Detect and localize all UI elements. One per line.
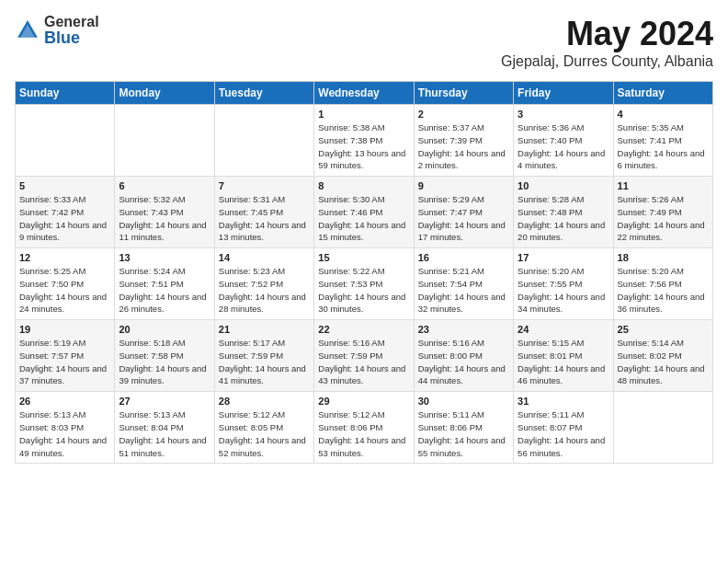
day-cell: 14Sunrise: 5:23 AMSunset: 7:52 PMDayligh…: [214, 248, 313, 320]
day-info: Sunrise: 5:14 AMSunset: 8:02 PMDaylight:…: [618, 337, 709, 387]
day-info: Sunrise: 5:20 AMSunset: 7:56 PMDaylight:…: [618, 265, 709, 316]
day-info: Sunrise: 5:25 AMSunset: 7:50 PMDaylight:…: [19, 265, 110, 316]
day-info: Sunrise: 5:17 AMSunset: 7:59 PMDaylight:…: [219, 337, 310, 387]
day-number: 15: [318, 252, 409, 263]
month-title: May 2024: [501, 15, 713, 53]
calendar-header-row: SundayMondayTuesdayWednesdayThursdayFrid…: [16, 82, 713, 105]
logo-general-text: General: [44, 15, 99, 29]
day-info: Sunrise: 5:16 AMSunset: 7:59 PMDaylight:…: [318, 337, 409, 387]
logo-blue-text: Blue: [44, 29, 99, 46]
col-header-thursday: Thursday: [414, 82, 513, 105]
day-info: Sunrise: 5:13 AMSunset: 8:04 PMDaylight:…: [119, 408, 210, 459]
day-cell: 12Sunrise: 5:25 AMSunset: 7:50 PMDayligh…: [16, 248, 115, 320]
day-info: Sunrise: 5:24 AMSunset: 7:51 PMDaylight:…: [119, 265, 210, 316]
day-cell: 20Sunrise: 5:18 AMSunset: 7:58 PMDayligh…: [115, 320, 214, 392]
day-cell: [16, 105, 115, 177]
day-number: 9: [418, 180, 509, 191]
day-info: Sunrise: 5:16 AMSunset: 8:00 PMDaylight:…: [418, 337, 509, 387]
day-info: Sunrise: 5:31 AMSunset: 7:45 PMDaylight:…: [219, 193, 310, 244]
day-cell: 18Sunrise: 5:20 AMSunset: 7:56 PMDayligh…: [613, 248, 712, 320]
day-cell: 4Sunrise: 5:35 AMSunset: 7:41 PMDaylight…: [613, 105, 712, 177]
day-info: Sunrise: 5:11 AMSunset: 8:06 PMDaylight:…: [418, 408, 509, 459]
day-number: 7: [219, 180, 310, 191]
week-row-1: 1Sunrise: 5:38 AMSunset: 7:38 PMDaylight…: [16, 105, 713, 177]
day-cell: 17Sunrise: 5:20 AMSunset: 7:55 PMDayligh…: [514, 248, 613, 320]
logo-text: General Blue: [44, 15, 99, 46]
day-cell: 13Sunrise: 5:24 AMSunset: 7:51 PMDayligh…: [115, 248, 214, 320]
day-number: 13: [119, 252, 210, 263]
day-number: 2: [418, 109, 509, 120]
day-number: 30: [418, 396, 509, 407]
day-cell: 8Sunrise: 5:30 AMSunset: 7:46 PMDaylight…: [314, 177, 414, 248]
day-number: 11: [618, 180, 709, 191]
day-cell: 28Sunrise: 5:12 AMSunset: 8:05 PMDayligh…: [214, 392, 313, 464]
day-info: Sunrise: 5:36 AMSunset: 7:40 PMDaylight:…: [518, 121, 609, 172]
day-cell: 31Sunrise: 5:11 AMSunset: 8:07 PMDayligh…: [514, 392, 613, 464]
day-number: 31: [518, 396, 609, 407]
day-number: 25: [618, 324, 709, 335]
day-number: 28: [219, 396, 310, 407]
day-cell: 16Sunrise: 5:21 AMSunset: 7:54 PMDayligh…: [414, 248, 513, 320]
day-info: Sunrise: 5:19 AMSunset: 7:57 PMDaylight:…: [19, 337, 110, 387]
day-number: 19: [19, 324, 110, 335]
day-cell: 5Sunrise: 5:33 AMSunset: 7:42 PMDaylight…: [16, 177, 115, 248]
page-header: General Blue May 2024 Gjepalaj, Durres C…: [15, 15, 713, 70]
day-info: Sunrise: 5:22 AMSunset: 7:53 PMDaylight:…: [318, 265, 409, 316]
col-header-wednesday: Wednesday: [314, 82, 414, 105]
day-info: Sunrise: 5:20 AMSunset: 7:55 PMDaylight:…: [518, 265, 609, 316]
day-cell: 23Sunrise: 5:16 AMSunset: 8:00 PMDayligh…: [414, 320, 513, 392]
day-cell: [214, 105, 313, 177]
week-row-4: 19Sunrise: 5:19 AMSunset: 7:57 PMDayligh…: [16, 320, 713, 392]
day-number: 5: [19, 180, 110, 191]
day-info: Sunrise: 5:35 AMSunset: 7:41 PMDaylight:…: [618, 121, 709, 172]
day-cell: [613, 392, 712, 464]
day-number: 8: [318, 180, 409, 191]
day-cell: 21Sunrise: 5:17 AMSunset: 7:59 PMDayligh…: [214, 320, 313, 392]
calendar-table: SundayMondayTuesdayWednesdayThursdayFrid…: [15, 81, 713, 464]
day-number: 20: [119, 324, 210, 335]
day-cell: 15Sunrise: 5:22 AMSunset: 7:53 PMDayligh…: [314, 248, 414, 320]
day-number: 3: [518, 109, 609, 120]
day-cell: 25Sunrise: 5:14 AMSunset: 8:02 PMDayligh…: [613, 320, 712, 392]
day-info: Sunrise: 5:29 AMSunset: 7:47 PMDaylight:…: [418, 193, 509, 244]
col-header-monday: Monday: [115, 82, 214, 105]
day-info: Sunrise: 5:23 AMSunset: 7:52 PMDaylight:…: [219, 265, 310, 316]
day-cell: 11Sunrise: 5:26 AMSunset: 7:49 PMDayligh…: [613, 177, 712, 248]
day-info: Sunrise: 5:12 AMSunset: 8:06 PMDaylight:…: [318, 408, 409, 459]
day-cell: 26Sunrise: 5:13 AMSunset: 8:03 PMDayligh…: [16, 392, 115, 464]
day-cell: 7Sunrise: 5:31 AMSunset: 7:45 PMDaylight…: [214, 177, 313, 248]
day-cell: 9Sunrise: 5:29 AMSunset: 7:47 PMDaylight…: [414, 177, 513, 248]
day-info: Sunrise: 5:11 AMSunset: 8:07 PMDaylight:…: [518, 408, 609, 459]
day-number: 16: [418, 252, 509, 263]
day-number: 22: [318, 324, 409, 335]
day-info: Sunrise: 5:21 AMSunset: 7:54 PMDaylight:…: [418, 265, 509, 316]
day-info: Sunrise: 5:30 AMSunset: 7:46 PMDaylight:…: [318, 193, 409, 244]
day-number: 1: [318, 109, 409, 120]
col-header-sunday: Sunday: [16, 82, 115, 105]
col-header-saturday: Saturday: [613, 82, 712, 105]
day-cell: 3Sunrise: 5:36 AMSunset: 7:40 PMDaylight…: [514, 105, 613, 177]
day-number: 21: [219, 324, 310, 335]
week-row-3: 12Sunrise: 5:25 AMSunset: 7:50 PMDayligh…: [16, 248, 713, 320]
day-info: Sunrise: 5:33 AMSunset: 7:42 PMDaylight:…: [19, 193, 110, 244]
title-block: May 2024 Gjepalaj, Durres County, Albani…: [501, 15, 713, 70]
day-cell: 6Sunrise: 5:32 AMSunset: 7:43 PMDaylight…: [115, 177, 214, 248]
day-info: Sunrise: 5:32 AMSunset: 7:43 PMDaylight:…: [119, 193, 210, 244]
day-cell: 19Sunrise: 5:19 AMSunset: 7:57 PMDayligh…: [16, 320, 115, 392]
day-number: 10: [518, 180, 609, 191]
day-cell: 24Sunrise: 5:15 AMSunset: 8:01 PMDayligh…: [514, 320, 613, 392]
day-info: Sunrise: 5:13 AMSunset: 8:03 PMDaylight:…: [19, 408, 110, 459]
week-row-2: 5Sunrise: 5:33 AMSunset: 7:42 PMDaylight…: [16, 177, 713, 248]
day-cell: 10Sunrise: 5:28 AMSunset: 7:48 PMDayligh…: [514, 177, 613, 248]
day-cell: 1Sunrise: 5:38 AMSunset: 7:38 PMDaylight…: [314, 105, 414, 177]
day-number: 29: [318, 396, 409, 407]
day-info: Sunrise: 5:12 AMSunset: 8:05 PMDaylight:…: [219, 408, 310, 459]
day-cell: 30Sunrise: 5:11 AMSunset: 8:06 PMDayligh…: [414, 392, 513, 464]
day-number: 24: [518, 324, 609, 335]
day-info: Sunrise: 5:37 AMSunset: 7:39 PMDaylight:…: [418, 121, 509, 172]
day-number: 26: [19, 396, 110, 407]
week-row-5: 26Sunrise: 5:13 AMSunset: 8:03 PMDayligh…: [16, 392, 713, 464]
day-number: 4: [618, 109, 709, 120]
logo: General Blue: [15, 15, 99, 46]
day-cell: 27Sunrise: 5:13 AMSunset: 8:04 PMDayligh…: [115, 392, 214, 464]
